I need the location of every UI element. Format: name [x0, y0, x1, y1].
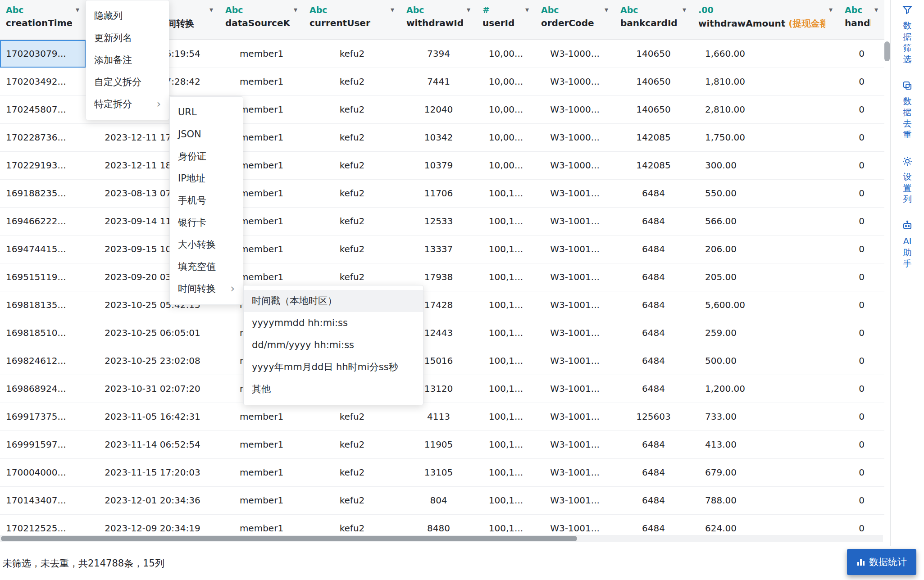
horizontal-scrollbar[interactable] [0, 535, 883, 542]
time-menu-item[interactable]: dd/mm/yyyy hh:mi:ss [244, 334, 423, 356]
table-cell[interactable]: 205.00 [692, 263, 839, 291]
chevron-down-icon[interactable]: ▾ [829, 5, 833, 14]
chevron-down-icon[interactable]: ▾ [874, 5, 878, 14]
table-cell[interactable]: 2023-12-09 20:34:19 [86, 515, 219, 535]
table-cell[interactable]: 11706 [401, 180, 477, 207]
table-cell[interactable]: 170228736... [0, 124, 86, 151]
chevron-down-icon[interactable]: ▾ [525, 5, 529, 14]
table-cell[interactable]: 413.00 [692, 431, 839, 458]
split-menu-item[interactable]: URL [170, 101, 243, 123]
table-cell[interactable]: 6484 [614, 515, 692, 535]
table-cell[interactable]: 5,600.00 [692, 291, 839, 319]
table-cell[interactable]: 7394 [401, 40, 477, 68]
table-cell[interactable]: 170229193... [0, 152, 86, 179]
table-cell[interactable]: 624.00 [692, 515, 839, 535]
time-menu-item[interactable]: 时间戳（本地时区） [244, 290, 423, 312]
chevron-down-icon[interactable]: ▾ [605, 5, 608, 14]
table-cell[interactable]: 100,1... [477, 459, 535, 486]
split-menu-item[interactable]: 身份证 [170, 145, 243, 168]
table-cell[interactable]: 0 [839, 124, 884, 151]
table-cell[interactable]: 0 [839, 96, 884, 123]
time-menu-item[interactable]: yyyy年mm月dd日 hh时mi分ss秒 [244, 356, 423, 378]
table-cell[interactable]: 6484 [614, 487, 692, 514]
table-cell[interactable]: 100,1... [477, 208, 535, 235]
column-header-creationTime[interactable]: AbccreationTime▾ [0, 0, 86, 39]
table-cell[interactable]: 6484 [614, 375, 692, 403]
table-cell[interactable]: member1 [219, 431, 304, 458]
table-cell[interactable]: W3-1000... [535, 152, 614, 179]
table-cell[interactable]: 100,1... [477, 319, 535, 347]
table-cell[interactable]: 1,750.00 [692, 124, 839, 151]
column-menu-item[interactable]: 自定义拆分 [86, 71, 169, 93]
table-cell[interactable]: 1,200.00 [692, 375, 839, 403]
table-cell[interactable]: W3-1000... [535, 124, 614, 151]
table-cell[interactable]: 804 [401, 487, 477, 514]
table-cell[interactable]: member1 [219, 403, 304, 430]
table-cell[interactable]: 500.00 [692, 347, 839, 375]
chevron-down-icon[interactable]: ▾ [391, 5, 394, 14]
column-header-userId[interactable]: #userId▾ [477, 0, 535, 39]
table-cell[interactable]: W3-1000... [535, 68, 614, 95]
table-cell[interactable]: 100,1... [477, 375, 535, 403]
table-cell[interactable]: 10,00... [477, 40, 535, 68]
table-cell[interactable]: kefu2 [304, 487, 401, 514]
table-cell[interactable]: 0 [839, 375, 884, 403]
table-cell[interactable]: W3-1001... [535, 375, 614, 403]
table-cell[interactable]: 6484 [614, 263, 692, 291]
table-cell[interactable]: 170245807... [0, 96, 86, 123]
table-cell[interactable]: 2023-11-15 17:20:03 [86, 459, 219, 486]
column-header-withdrawId[interactable]: AbcwithdrawId▾ [401, 0, 477, 39]
table-cell[interactable]: 0 [839, 236, 884, 263]
column-header-orderCode[interactable]: AbcorderCode▾ [535, 0, 614, 39]
table-cell[interactable]: 6484 [614, 459, 692, 486]
table-cell[interactable]: W3-1001... [535, 263, 614, 291]
table-cell[interactable]: 0 [839, 347, 884, 375]
chevron-down-icon[interactable]: ▾ [467, 5, 470, 14]
table-cell[interactable]: 169917375... [0, 403, 86, 430]
table-cell[interactable]: W3-1001... [535, 459, 614, 486]
table-cell[interactable]: 0 [839, 263, 884, 291]
table-cell[interactable]: 6484 [614, 319, 692, 347]
table-cell[interactable]: 2023-10-25 23:02:08 [86, 347, 219, 375]
table-cell[interactable]: kefu2 [304, 152, 401, 179]
table-cell[interactable]: 11905 [401, 431, 477, 458]
table-cell[interactable]: 169818135... [0, 291, 86, 319]
table-cell[interactable]: 10342 [401, 124, 477, 151]
table-cell[interactable]: W3-1001... [535, 291, 614, 319]
table-cell[interactable]: 1,810.00 [692, 68, 839, 95]
table-cell[interactable]: 12533 [401, 208, 477, 235]
table-cell[interactable]: 170004000... [0, 459, 86, 486]
table-cell[interactable]: 12040 [401, 96, 477, 123]
table-cell[interactable]: 100,1... [477, 263, 535, 291]
table-cell[interactable]: 100,1... [477, 291, 535, 319]
column-menu-item[interactable]: 更新列名 [86, 27, 169, 49]
table-cell[interactable]: 733.00 [692, 403, 839, 430]
split-menu-item[interactable]: 手机号 [170, 190, 243, 212]
table-cell[interactable]: 2023-12-01 20:34:36 [86, 487, 219, 514]
table-cell[interactable]: 6484 [614, 180, 692, 207]
split-menu-item[interactable]: 大小转换 [170, 234, 243, 256]
table-cell[interactable]: W3-1001... [535, 403, 614, 430]
table-cell[interactable]: 0 [839, 208, 884, 235]
table-cell[interactable]: 4113 [401, 403, 477, 430]
table-cell[interactable]: kefu2 [304, 124, 401, 151]
table-cell[interactable]: 259.00 [692, 319, 839, 347]
table-cell[interactable]: 6484 [614, 208, 692, 235]
table-cell[interactable]: 788.00 [692, 487, 839, 514]
toolbar-item-gear[interactable]: 设置列 [902, 156, 913, 205]
table-cell[interactable]: kefu2 [304, 431, 401, 458]
table-cell[interactable]: 2023-11-05 16:42:31 [86, 403, 219, 430]
table-cell[interactable]: 6484 [614, 347, 692, 375]
table-cell[interactable]: 169188235... [0, 180, 86, 207]
table-cell[interactable]: W3-1001... [535, 515, 614, 535]
column-header-dataSourceKey[interactable]: AbcdataSourceKey▾ [219, 0, 304, 39]
table-cell[interactable]: member1 [219, 487, 304, 514]
table-cell[interactable]: 6484 [614, 291, 692, 319]
table-cell[interactable]: 140650 [614, 40, 692, 68]
table-cell[interactable]: 169515119... [0, 263, 86, 291]
table-cell[interactable]: 13337 [401, 236, 477, 263]
table-cell[interactable]: 2023-10-25 06:05:01 [86, 319, 219, 347]
split-menu-item[interactable]: 填充空值 [170, 256, 243, 278]
table-cell[interactable]: kefu2 [304, 403, 401, 430]
chevron-down-icon[interactable]: ▾ [209, 5, 213, 14]
